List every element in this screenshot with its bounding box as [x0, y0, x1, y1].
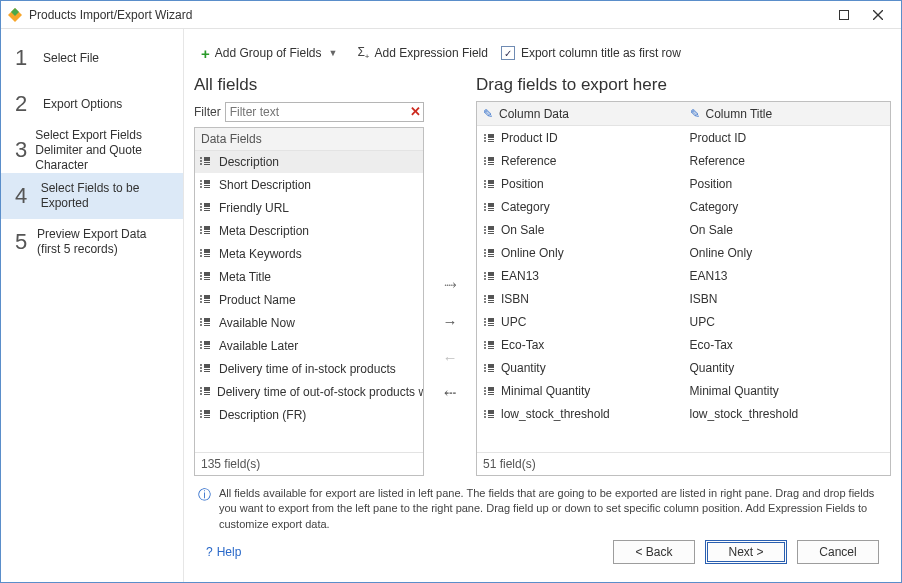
field-item[interactable]: Meta Description	[195, 220, 423, 243]
svg-rect-58	[204, 348, 210, 349]
svg-point-53	[200, 341, 202, 343]
svg-point-120	[484, 298, 486, 300]
export-row[interactable]: ReferenceReference	[477, 149, 890, 172]
svg-rect-8	[204, 157, 210, 161]
add-group-button[interactable]: + Add Group of Fields ▼	[194, 43, 344, 64]
field-item[interactable]: Meta Title	[195, 266, 423, 289]
svg-rect-76	[204, 417, 210, 418]
svg-point-126	[484, 321, 486, 323]
svg-point-102	[484, 229, 486, 231]
titlebar: Products Import/Export Wizard	[1, 1, 901, 29]
drag-icon	[199, 293, 213, 307]
svg-point-95	[484, 203, 486, 205]
svg-point-65	[200, 387, 202, 389]
all-fields-list[interactable]: Data Fields DescriptionShort Description…	[194, 127, 424, 476]
drag-icon	[483, 270, 495, 282]
export-fields-heading: Drag fields to export here	[476, 75, 891, 95]
export-row[interactable]: PositionPosition	[477, 172, 890, 195]
field-item[interactable]: Delivery time of in-stock products	[195, 358, 423, 381]
svg-rect-46	[204, 302, 210, 303]
export-row[interactable]: On SaleOn Sale	[477, 218, 890, 241]
filter-input[interactable]	[225, 102, 424, 122]
move-right-button[interactable]: →	[437, 310, 463, 332]
drag-icon	[199, 247, 213, 261]
step-5[interactable]: 5Preview Export Data (first 5 records)	[1, 219, 183, 265]
svg-point-36	[200, 275, 202, 277]
field-item[interactable]: Friendly URL	[195, 197, 423, 220]
chevron-down-icon: ▼	[329, 48, 338, 58]
svg-point-103	[484, 232, 486, 234]
export-fields-list[interactable]: ✎Column Data ✎Column Title Product IDPro…	[476, 101, 891, 476]
svg-point-67	[200, 393, 202, 395]
move-right-all-button[interactable]: ⤑	[437, 274, 463, 296]
svg-rect-74	[204, 410, 210, 414]
export-row[interactable]: UPCUPC	[477, 310, 890, 333]
close-button[interactable]	[861, 4, 895, 26]
export-row[interactable]: Minimal QuantityMinimal Quantity	[477, 379, 890, 402]
svg-point-78	[484, 137, 486, 139]
svg-point-49	[200, 324, 202, 326]
svg-point-66	[200, 390, 202, 392]
export-row[interactable]: CategoryCategory	[477, 195, 890, 218]
svg-point-131	[484, 341, 486, 343]
svg-rect-45	[204, 300, 210, 301]
move-left-all-button[interactable]: ⤎	[437, 382, 463, 404]
next-button[interactable]: Next >	[705, 540, 787, 564]
svg-rect-88	[488, 164, 494, 165]
export-title-checkbox[interactable]: ✓	[501, 46, 515, 60]
wizard-window: Products Import/Export Wizard 1Select Fi…	[0, 0, 902, 583]
step-4[interactable]: 4Select Fields to be Exported	[1, 173, 183, 219]
svg-point-145	[484, 393, 486, 395]
svg-rect-70	[204, 394, 210, 395]
svg-point-54	[200, 344, 202, 346]
drag-icon	[483, 132, 495, 144]
step-1[interactable]: 1Select File	[1, 35, 183, 81]
svg-rect-87	[488, 162, 494, 163]
export-title-label: Export column title as first row	[521, 46, 681, 60]
svg-point-7	[200, 163, 202, 165]
export-row[interactable]: Product IDProduct ID	[477, 126, 890, 149]
svg-rect-140	[488, 364, 494, 368]
step-2[interactable]: 2Export Options	[1, 81, 183, 127]
svg-rect-21	[204, 208, 210, 209]
svg-rect-50	[204, 318, 210, 322]
svg-point-5	[200, 157, 202, 159]
drag-icon	[483, 362, 495, 374]
svg-rect-154	[488, 417, 494, 418]
help-link[interactable]: ?Help	[206, 545, 241, 559]
export-row[interactable]: Eco-TaxEco-Tax	[477, 333, 890, 356]
cancel-button[interactable]: Cancel	[797, 540, 879, 564]
maximize-button[interactable]	[827, 4, 861, 26]
svg-rect-105	[488, 231, 494, 232]
field-item[interactable]: Available Now	[195, 312, 423, 335]
steps-sidebar: 1Select File 2Export Options 3Select Exp…	[1, 29, 184, 582]
field-item[interactable]: Available Later	[195, 335, 423, 358]
svg-point-144	[484, 390, 486, 392]
help-icon: ?	[206, 545, 213, 559]
field-item[interactable]: Description (FR)	[195, 404, 423, 427]
svg-rect-68	[204, 387, 210, 391]
drag-icon	[199, 362, 213, 376]
drag-icon	[483, 385, 495, 397]
step-3[interactable]: 3Select Export Fields Delimiter and Quot…	[1, 127, 183, 173]
export-row[interactable]: EAN13EAN13	[477, 264, 890, 287]
svg-point-61	[200, 370, 202, 372]
field-item[interactable]: Meta Keywords	[195, 243, 423, 266]
field-item[interactable]: Product Name	[195, 289, 423, 312]
export-row[interactable]: ISBNISBN	[477, 287, 890, 310]
svg-point-35	[200, 272, 202, 274]
move-left-button[interactable]: ←	[437, 346, 463, 368]
field-item[interactable]: Short Description	[195, 174, 423, 197]
field-item[interactable]: Description	[195, 151, 423, 174]
clear-filter-icon[interactable]: ✕	[410, 104, 421, 119]
back-button[interactable]: < Back	[613, 540, 695, 564]
svg-point-84	[484, 160, 486, 162]
field-item[interactable]: Delivery time of out-of-stock products w…	[195, 381, 423, 404]
export-row[interactable]: QuantityQuantity	[477, 356, 890, 379]
svg-point-121	[484, 301, 486, 303]
add-expression-button[interactable]: Σ+ Add Expression Field	[350, 42, 494, 64]
export-row[interactable]: low_stock_thresholdlow_stock_threshold	[477, 402, 890, 425]
group-header: Data Fields	[195, 128, 423, 151]
drag-icon	[199, 155, 213, 169]
export-row[interactable]: Online OnlyOnline Only	[477, 241, 890, 264]
